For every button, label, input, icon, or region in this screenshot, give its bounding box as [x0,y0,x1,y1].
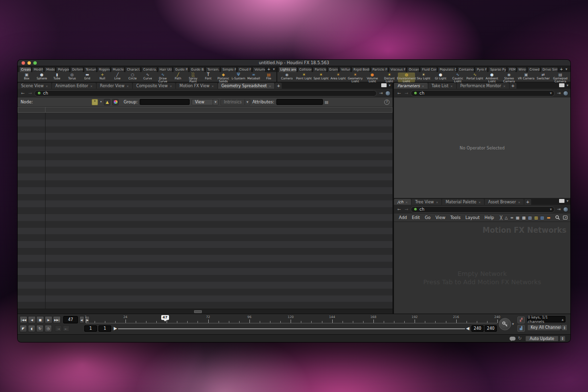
shelf-tab[interactable]: Grains [327,67,339,72]
dot-icon[interactable]: • [100,100,102,104]
pane-tab[interactable]: Composite View × [133,83,175,89]
shelf-tool[interactable]: ☀ Geometry Light [347,73,364,82]
chevron-down-icon[interactable]: ▼ [389,84,391,87]
menu-item[interactable]: Help [483,215,496,220]
shelf-tab[interactable]: Pyro FX [475,67,488,72]
back-icon[interactable]: ← [396,91,402,96]
auto-update-select[interactable]: Auto Update [525,336,559,342]
shelf-tool[interactable]: T Font [201,73,216,82]
transport-button[interactable]: ▶ [45,316,52,323]
titlebar[interactable]: untitled.hip - Houdini FX 18.5.563 [18,60,570,66]
shelf-tab[interactable]: Particle Fl... [370,67,388,72]
pin-icon[interactable]: ⇥ [378,91,384,96]
forward-icon[interactable]: → [403,91,410,96]
shelf-tab[interactable]: Create [19,67,31,72]
shelf-tool[interactable]: ☀ Point Light [295,73,313,82]
refresh-icon[interactable]: ↻ [518,336,522,341]
global-range-start-field[interactable]: 1 [84,325,97,332]
pane-tab[interactable]: Performance Monitor × [457,83,509,89]
dopesheet-icon[interactable]: ▟ [517,325,525,332]
shelf-tab[interactable]: Cloud FX [237,67,252,72]
transport-button[interactable]: ▶▶| [53,316,61,323]
playhead[interactable]: 47 [161,315,169,320]
pane-tab[interactable]: Take List × [428,83,456,89]
h-scrollbar[interactable] [18,309,392,314]
add-shelf-tab-button[interactable]: + [559,67,564,72]
attributes-input[interactable] [276,99,323,105]
shelf-tool[interactable]: ◎ Torus [65,73,80,82]
shelf-tool[interactable]: ☀ Area Light [330,73,347,82]
shelf-tool[interactable]: ⇄ Switcher [535,73,552,82]
snap-icon[interactable]: △ [505,216,508,220]
add-pane-tab-button[interactable]: + [524,199,531,205]
pane-menu-icon[interactable] [381,83,387,87]
menu-item[interactable]: Go [423,215,433,220]
shelf-tab[interactable]: Muscles [111,67,124,72]
shelf-tool[interactable]: ▤ File [261,73,276,82]
close-icon[interactable]: × [90,84,93,88]
shelf-tool[interactable]: ∿ Curve [140,73,155,82]
shelf-tab[interactable]: Modify [32,67,44,72]
menu-item[interactable]: View [434,215,447,220]
view-select[interactable]: View ▼ [192,99,219,105]
select-keys-icon[interactable]: ◤ [20,325,27,332]
shelf-tab[interactable]: Sparse Pyr... [488,67,507,72]
pane-tab[interactable]: Scene View × [18,83,51,89]
close-icon[interactable]: × [436,200,438,204]
close-icon[interactable]: × [450,84,453,88]
transport-button[interactable]: |◀◀ [20,316,27,323]
shelf-tab[interactable]: Container... [457,67,475,72]
shelf-tool[interactable]: ● Ambient Light [484,73,501,82]
group-input[interactable] [140,99,190,105]
frame-range-slider[interactable]: ▶ ◀ [114,325,469,332]
pane-tab[interactable]: Tree View × [412,199,441,205]
keys-summary[interactable]: 0 keys, 1/1 channels ▲ [527,316,565,322]
shelf-tab[interactable]: Hair Utils [158,67,173,72]
next-key-button[interactable]: ▶| [63,325,70,332]
shelf-tab[interactable]: Drive Sim... [540,67,558,72]
close-icon[interactable]: × [405,200,408,204]
set-key-button[interactable] [499,318,511,330]
shelf-tool[interactable]: ● Volume Light [364,73,381,82]
shelf-tool[interactable]: ○ Circle [125,73,140,82]
shelf-tab[interactable]: Guide B... [189,67,205,72]
pane-tab[interactable]: /ch × [394,199,411,205]
path-field[interactable]: ch [34,90,377,97]
chevron-down-icon[interactable]: ▼ [550,208,552,211]
prev-frame-button[interactable]: ◀| [79,316,84,323]
shelf-tool[interactable]: ▤ Gamepad Camera [552,73,569,82]
add-pane-tab-button[interactable]: + [510,83,516,89]
global-range-end-field[interactable]: 240 [485,325,497,332]
review-icon[interactable]: ↻ [36,325,44,332]
list-icon[interactable]: ≡ [510,216,514,220]
close-icon[interactable]: × [170,84,172,88]
pane-tab[interactable]: Asset Browser × [485,199,524,205]
shelf-tab[interactable]: Populate C... [438,67,456,72]
shelf-tab[interactable]: Crowds [527,67,540,72]
close-icon[interactable]: × [518,200,520,204]
pin-icon[interactable]: ⇥ [556,91,562,96]
chevron-down-icon[interactable]: ▼ [566,199,568,202]
keyframe-options-icon[interactable]: ▞ [517,317,525,323]
shelf-tool[interactable]: ∞ Metaball [246,73,261,82]
shelf-tab[interactable]: Guide P... [173,67,188,72]
transport-button[interactable]: ◀ [28,316,36,323]
add-shelf-tab-button[interactable]: + [266,67,271,72]
range-handle-left[interactable]: ▶ [114,325,117,332]
forward-icon[interactable]: → [27,91,33,96]
shelf-tool[interactable]: ● GI Light [432,73,449,82]
close-icon[interactable]: × [212,84,214,88]
close-icon[interactable]: × [503,84,506,88]
shelf-tool[interactable]: ▮ Tube [49,73,65,82]
path-field[interactable]: ch ▼ [411,90,555,97]
current-frame-field[interactable]: 47 [63,316,78,323]
forward-icon[interactable]: → [403,207,410,212]
pane-menu-icon[interactable] [559,199,564,203]
shelf-tab[interactable]: FEM [507,67,516,72]
add-pane-tab-button[interactable]: + [275,83,282,89]
shelf-tool[interactable]: ∿ Portal Light [466,73,484,82]
chevron-down-icon[interactable]: ▼ [550,92,552,95]
shelf-tab[interactable]: Model [44,67,55,72]
audio-icon[interactable]: ◖ [28,325,35,332]
shelf-tool[interactable]: ╱ Line [110,73,125,82]
